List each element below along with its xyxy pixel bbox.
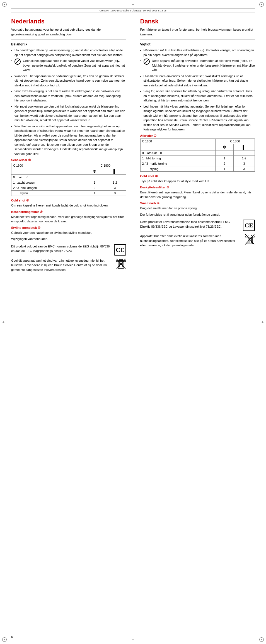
nl-bullet-2: Gebruik het apparaat nooit in de nabijhe…: [11, 59, 126, 72]
dk-table-cell: C 1800: [215, 138, 255, 144]
svg-rect-5: [119, 259, 123, 261]
corner-mark-br: +: [259, 637, 264, 642]
table-cell: 3: [104, 185, 126, 191]
dk-table-cell: 1: [215, 166, 233, 171]
nl-styling-title: Styling mondstuk ④: [11, 226, 126, 230]
dk-table-cell: styling: [140, 166, 215, 171]
dk-ret-til: Der forbeholdes ret til ændringer uden f…: [140, 212, 255, 217]
dk-afbryder-title: Afbryder ①: [140, 134, 255, 138]
dk-table-header-row: C 1600 C 1800: [140, 138, 255, 144]
dk-table-row: 0 afbrudt 0: [140, 150, 255, 155]
dk-table-cell-temp: ▌: [234, 144, 255, 150]
dk-cold-shot-text: Tryk på cold shot knappen for at style m…: [140, 179, 255, 184]
col-dansk: Dansk Før hårtørreren tages i brug først…: [137, 18, 255, 272]
nl-bullet-3: Wanneer u het apparaat in de badkamer ge…: [11, 74, 126, 88]
table-cell: 0 uit 0: [11, 175, 85, 180]
nl-bullet-2-text: Gebruik het apparaat nooit in de nabijhe…: [23, 59, 126, 72]
dk-bullet-5: Ledningen må ikke vikles omkring apparat…: [140, 104, 255, 132]
nl-cold-shot-text: Om een kapsel te fixeren met koude lucht…: [11, 203, 126, 208]
dk-table-cell: 1: [215, 155, 233, 161]
col-nederlands: Nederlands Voordat u het apparaat voor h…: [11, 18, 129, 272]
dk-bullet-2-text: Dette apparat må aldrig anvendes i nærhe…: [152, 59, 255, 72]
ce-mark-dk: CE: [243, 220, 255, 231]
corner-mark-bl: +: [2, 637, 7, 642]
table-cell: 3: [104, 191, 126, 196]
dk-compliance-block: Dette produkt er i overensstemmelse med …: [140, 220, 255, 231]
nl-styling-text: Gebruik voor een nauwkeurige styling het…: [11, 230, 126, 235]
dk-table-icon-row: ✼ ▌: [140, 144, 255, 150]
table-cell: stylen: [11, 191, 85, 196]
dk-table-cell-snowflake: ✼: [215, 144, 233, 150]
dk-table-row: styling 1 3: [140, 166, 255, 171]
nl-belangrijk-title: Belangrijk: [11, 42, 126, 46]
page-number: 6: [11, 635, 13, 638]
nl-title: Nederlands: [11, 18, 126, 25]
dk-table-cell: C 1600: [140, 138, 215, 144]
dk-table-cell: [215, 150, 233, 155]
table-cell: [85, 175, 104, 180]
nl-schakelaar-table: C 1600 C 1800 ✼ ▌ 0 uit 0 1 zacht drogen…: [11, 163, 126, 196]
ce-mark-nl: CE: [114, 244, 126, 256]
no-water-icon: [14, 59, 21, 65]
nl-bullet-6: Wind het snoer nooit rond het apparaat e…: [11, 124, 126, 156]
table-cell: 1: [85, 191, 104, 196]
disposal-icon-nl: [116, 258, 126, 271]
nl-disposal-text: Gooi dit apparaat aan het eind van zijn …: [11, 258, 112, 272]
dk-table-cell: 2: [215, 161, 233, 166]
nl-divider-1: [11, 39, 126, 40]
nl-schakelaar-title: Schakelaar ①: [11, 158, 126, 162]
nl-compliance-block: Dit produkt voldoet aan de EMC-normen vo…: [11, 244, 126, 256]
header-text: Creation_1600-1800 Seite 6 Dienstag, 30.…: [100, 9, 166, 12]
nl-cold-shot-title: Cold shot ②: [11, 199, 126, 202]
dk-afbryder-table: C 1600 C 1800 ✼ ▌ 0 afbrudt 0 1 blid tør…: [140, 138, 255, 172]
dk-table-cell: 2 / 3 hurtig tørring: [140, 161, 215, 166]
table-row: 2 / 3 snel drogen 2 3: [11, 185, 126, 191]
dk-table-cell: [140, 144, 215, 150]
dk-naeb-text: Brug det smalle næb for en præcis stylin…: [140, 206, 255, 211]
corner-mark-tr: +: [259, 2, 264, 7]
nl-bullet-4: Voor extra beveiliging is het aan te rad…: [11, 89, 126, 103]
dk-disposal-text: Apparatet bør efter endt levetid ikke ka…: [140, 234, 241, 248]
nl-bullet-5: Het moet voorkomen worden dat het luchti…: [11, 104, 126, 123]
table-cell: C 1600: [11, 163, 85, 168]
dk-disposal-block: Apparatet bør efter endt levetid ikke ka…: [140, 234, 255, 248]
table-row: stylen 1 3: [11, 191, 126, 196]
dk-bullet-3: Hvis hårtørreren anvendes på badeværelse…: [140, 74, 255, 88]
dk-table-row: 1 blid tørring 1 1-2: [140, 155, 255, 161]
table-cell: 1-2: [104, 180, 126, 185]
dk-filter-title: Beskyttelsesfilter ③: [140, 186, 255, 189]
dk-naeb-title: Smalt næb ④: [140, 201, 255, 205]
dk-bullet-2: Dette apparat må aldrig anvendes i nærhe…: [140, 59, 255, 72]
dk-filter-text: Børst filteret rent regelmæssigt. Fjern …: [140, 190, 255, 199]
cross-mark-bottom: +: [132, 637, 134, 642]
nl-disposal-block: Gooi dit apparaat aan het eind van zijn …: [11, 258, 126, 272]
dk-title: Dansk: [140, 18, 255, 25]
svg-rect-13: [248, 235, 252, 236]
table-cell: [11, 168, 85, 175]
dk-bullet-4: Sørg for, at der ikke spærres for luftin…: [140, 89, 255, 103]
dk-no-water-icon: [144, 59, 150, 65]
dk-bullets: Hårtørreren må kun tilsluttes vekselstrø…: [140, 48, 255, 132]
table-header-row: C 1600 C 1800: [11, 163, 126, 168]
crossed-bin-icon-dk: [245, 234, 255, 245]
dk-compliance-text: Dette produkt er i overensstemmelse med …: [140, 220, 241, 229]
nl-filter-text: Maak het filter regelmatig schoon. Voor …: [11, 215, 126, 224]
table-cell-snowflake: ✼: [85, 168, 104, 175]
table-cell: 2: [85, 185, 104, 191]
nl-filter-title: Beschermingsfilter ③: [11, 210, 126, 214]
dk-cold-shot-title: Cold shot ②: [140, 174, 255, 178]
dk-table-cell: 3: [234, 161, 255, 166]
header-line: Creation_1600-1800 Seite 6 Dienstag, 30.…: [11, 8, 255, 13]
page: + + + + + + + + Creation_1600-1800 Seite…: [0, 0, 266, 644]
nl-intro: Voordat u het apparaat voor het eerst ga…: [11, 27, 126, 37]
nl-wijzigingen: Wijzigingen voorbehouden.: [11, 237, 126, 241]
dk-table-cell: 1 blid tørring: [140, 155, 215, 161]
table-row: 1 zacht drogen 1 1-2: [11, 180, 126, 185]
two-column-layout: Nederlands Voordat u het apparaat voor h…: [11, 18, 255, 272]
nl-compliance-text: Dit produkt voldoet aan de EMC-normen vo…: [11, 244, 112, 253]
dk-table-cell: 1-2: [234, 155, 255, 161]
table-cell-temp: ▌: [104, 168, 126, 175]
table-row: 0 uit 0: [11, 175, 126, 180]
disposal-icon-dk: [245, 234, 255, 246]
nl-bullet-1: Uw haardroger alleen op wisselspanning (…: [11, 48, 126, 57]
